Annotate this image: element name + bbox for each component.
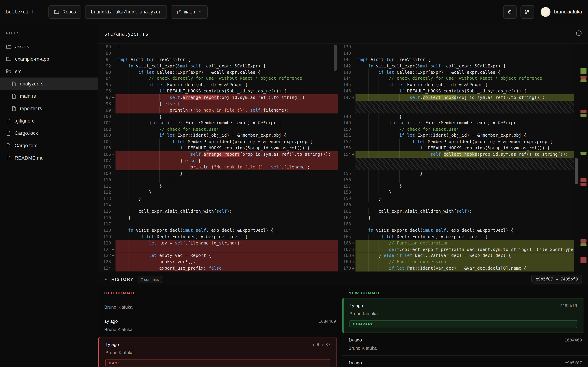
diff-marker (351, 145, 356, 151)
code-text: self.collect_export_prefix(fn_dec.ident.… (355, 246, 574, 252)
tree-item-src[interactable]: src (0, 65, 98, 78)
line-number: 96 (98, 88, 111, 94)
tree-item-assets[interactable]: assets (0, 40, 98, 53)
code-text: } (115, 113, 338, 120)
indent-guides (358, 234, 379, 240)
indent-guides (118, 240, 149, 246)
tree-item-main-rs[interactable]: main.rs (0, 90, 98, 102)
branch-selector[interactable]: main (171, 5, 208, 18)
line-number: 121 (98, 246, 111, 252)
code-row: 105if DEFAULT_HOOKS.contains(&prop_id.sy… (98, 145, 338, 151)
new-scrollbar-thumb[interactable] (575, 158, 578, 184)
indent-guides (118, 177, 170, 183)
minimap[interactable] (579, 44, 588, 272)
tree-item-example-rn-app[interactable]: example-rn-app (0, 53, 98, 65)
folder-open-icon (6, 68, 12, 74)
code-text: self.collect_hooks(prop_id.sym.as_ref().… (355, 151, 574, 158)
code-row: 110} (98, 177, 338, 183)
minimap-added-mark (580, 243, 587, 246)
diff-marker (351, 164, 356, 170)
tree-item-reporter-rs[interactable]: reporter.rs (0, 102, 98, 115)
line-number: 122 (98, 252, 111, 259)
code-row: 140 (338, 50, 574, 57)
commit-row[interactable]: 1y ago1684469Bruno Kiafuka (98, 314, 342, 337)
indent-guides (118, 101, 159, 107)
tree-item-cargo-lock[interactable]: Cargo.lock (0, 127, 98, 139)
commit-row[interactable]: 1y ago1684469Bruno Kiafuka (342, 333, 588, 356)
diff-marker (111, 183, 115, 189)
diff-marker (111, 50, 115, 57)
tree-item-gitignore[interactable]: .gitignore (0, 115, 98, 127)
diff-marker (351, 132, 356, 139)
diff-marker (351, 158, 356, 164)
tree-item-analyzer-rs[interactable]: analyzer.rs (0, 78, 98, 90)
minimap-removed-mark (580, 110, 587, 113)
code-text: } (355, 177, 574, 183)
diff-marker (111, 113, 115, 120)
diff-marker (351, 221, 356, 227)
diff-marker: − (111, 259, 115, 265)
code-text: } (115, 177, 338, 183)
repos-label: Repos (62, 9, 76, 15)
diff-marker: + (351, 259, 356, 265)
code-text: } (355, 196, 574, 202)
line-number: 111 (98, 183, 111, 189)
indent-guides (358, 151, 430, 158)
code-text (355, 50, 574, 57)
line-number: 97 (98, 94, 111, 101)
commit-row[interactable]: 1y agoe9b5f87Bruno KiafukaBASE (98, 337, 337, 367)
new-scrollbar[interactable] (574, 44, 579, 272)
diff-marker (111, 227, 115, 234)
new-code: 139}140141impl Visit for TreeVisitor {14… (338, 44, 574, 272)
minimap-added-mark (580, 114, 587, 117)
diff-marker (111, 132, 115, 139)
indent-guides (358, 240, 389, 246)
commit-row[interactable]: 1y ago7485bf9Bruno KiafukaCOMPARE (342, 298, 583, 333)
line-number: 145 (338, 82, 351, 88)
indent-guides (118, 88, 159, 94)
diff-marker (351, 126, 356, 132)
commit-row[interactable]: Bruno Kiafuka (98, 298, 342, 314)
user-menu[interactable]: brunokiafuka (541, 7, 582, 17)
line-number: 105 (98, 145, 111, 151)
file-label: analyzer.rs (20, 81, 43, 86)
history-bar: ▼ HISTORY 7 commits e9b5f87 → 7485bf9 (98, 272, 588, 286)
line-number: 153 (338, 145, 351, 151)
settings-button[interactable] (520, 5, 534, 18)
diff-marker (351, 82, 356, 88)
indent-guides (358, 132, 399, 139)
code-row: 151if let Expr::Ident(_obj_id) = &*membe… (338, 132, 574, 139)
old-commit-column: OLD COMMIT Bruno Kiafuka1y ago1684469Bru… (98, 286, 342, 367)
code-text: if let Pat::Ident(var_dec) = &var_dec.de… (355, 265, 574, 272)
code-row: 104if let MemberProp::Ident(prop_id) = &… (98, 139, 338, 145)
old-code: 89}9091impl Visit for TreeVisitor {92fn … (98, 44, 338, 272)
diff-marker: − (111, 252, 115, 259)
commit-hash: 1684469 (319, 319, 336, 324)
diff-marker (111, 63, 115, 69)
indent-guides (118, 189, 149, 196)
line-number: 91 (98, 57, 111, 63)
repo-name-button[interactable]: brunokiafuka/hook-analyzer (85, 5, 167, 18)
tree-item-readme-md[interactable]: README.md (0, 152, 98, 164)
file-label: src (15, 68, 22, 74)
info-button[interactable] (576, 30, 582, 37)
line-number: 158 (338, 189, 351, 196)
repos-button[interactable]: Repos (49, 5, 82, 18)
code-text: } (355, 183, 574, 189)
old-scrollbar-thumb[interactable] (334, 45, 337, 71)
diff-marker (351, 196, 356, 202)
file-label: README.md (15, 155, 44, 161)
code-text: call_expr.visit_children_with(self); (355, 208, 574, 215)
commit-author: Bruno Kiafuka (349, 311, 577, 317)
code-row: 120−let key = self.filename.to_string(); (98, 240, 338, 246)
history-collapse-icon[interactable]: ▼ (104, 277, 108, 281)
tree-item-cargo-toml[interactable]: Cargo.toml (0, 139, 98, 152)
line-number: 154 (338, 151, 351, 158)
code-row: 92fn visit_call_expr(&mut self, call_exp… (98, 63, 338, 69)
history-title[interactable]: HISTORY (111, 277, 134, 282)
code-text: fn visit_export_decl(&mut self, exp_decl… (115, 227, 338, 234)
activity-button[interactable] (503, 5, 517, 18)
commit-row[interactable]: 1y agoe9b5f87 (342, 356, 588, 367)
code-text (355, 221, 574, 227)
code-text: if let Expr::Ident(_obj_id) = &*member_e… (115, 132, 338, 139)
